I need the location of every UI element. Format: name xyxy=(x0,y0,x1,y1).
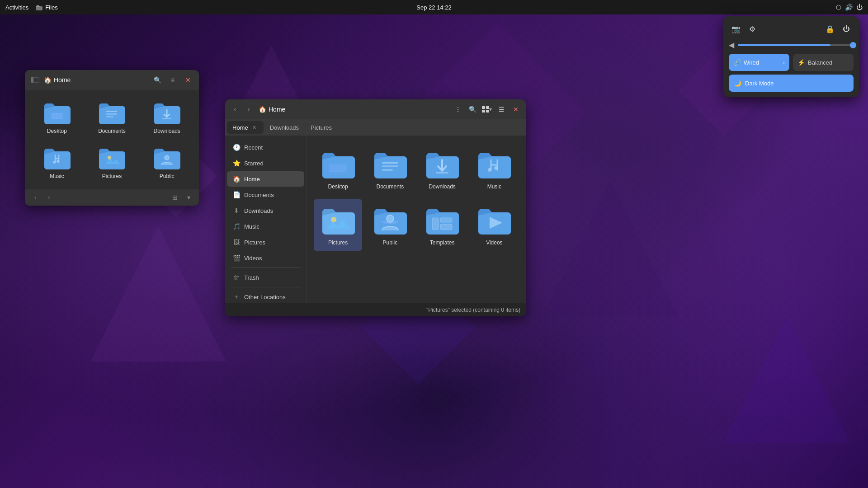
svg-rect-3 xyxy=(31,77,33,83)
sidebar-label-pictures: Pictures xyxy=(244,239,265,246)
power-profile-button[interactable]: ⚡ Balanced xyxy=(793,54,854,71)
sidebar-divider xyxy=(231,267,301,268)
sidebar-item-trash[interactable]: 🗑 Trash xyxy=(227,270,304,285)
svg-rect-32 xyxy=(440,218,452,222)
activities-button[interactable]: Activities xyxy=(5,4,28,11)
topbar-datetime: Sep 22 14:22 xyxy=(416,4,451,11)
close-button-large[interactable]: ✕ xyxy=(509,103,522,116)
topbar-sound-icon[interactable]: 🔊 xyxy=(845,4,853,11)
power-button[interactable]: ⏻ xyxy=(839,22,854,36)
folder-icon-documents xyxy=(97,100,126,125)
settings-button[interactable]: ⚙ xyxy=(745,22,760,36)
large-folder-label-pictures: Pictures xyxy=(328,239,348,246)
list-item[interactable]: Templates xyxy=(418,199,467,251)
search-button-large[interactable]: 🔍 xyxy=(466,103,479,116)
small-window-titlebar: 🏠 Home 🔍 ≡ ✕ xyxy=(25,70,199,90)
sidebar-label-other-locations: Other Locations xyxy=(244,294,286,300)
view-toggle-small[interactable]: ▾ xyxy=(183,192,194,203)
nav-forward-button-small[interactable]: › xyxy=(43,192,55,203)
list-item[interactable]: Downloads xyxy=(140,95,193,139)
folder-label-documents: Documents xyxy=(98,128,126,134)
sidebar-item-downloads[interactable]: ⬇ Downloads xyxy=(227,203,304,218)
files-icon xyxy=(36,4,43,11)
topbar: Activities Files Sep 22 14:22 ⬡ 🔊 ⏻ xyxy=(0,0,868,14)
svg-rect-1 xyxy=(36,6,42,10)
svg-point-13 xyxy=(57,160,59,163)
sidebar-item-home[interactable]: 🏠 Home xyxy=(227,171,304,187)
view-toggle-button[interactable]: ▾ xyxy=(481,103,493,116)
list-item[interactable]: Documents xyxy=(85,95,139,139)
menu-button-small[interactable]: ≡ xyxy=(166,74,179,86)
more-options-button[interactable]: ⋮ xyxy=(452,103,464,116)
sidebar-label-videos: Videos xyxy=(244,255,262,262)
tab-home-close[interactable]: ✕ xyxy=(251,124,258,131)
volume-slider-fill xyxy=(738,44,830,46)
system-panel: 📷 ⚙ 🔒 ⏻ ◀ 🔗 Wired › xyxy=(723,16,859,97)
tab-pictures[interactable]: Pictures xyxy=(305,121,337,134)
large-file-area: Desktop Documents xyxy=(307,136,526,303)
list-item[interactable]: Documents xyxy=(366,143,414,195)
volume-slider-thumb[interactable] xyxy=(850,42,856,48)
home-icon: 🏠 xyxy=(232,175,241,183)
list-item[interactable]: Pictures xyxy=(85,141,139,184)
documents-icon: 📄 xyxy=(232,191,241,198)
tab-home[interactable]: Home ✕ xyxy=(227,121,264,134)
folder-label-pictures: Pictures xyxy=(102,173,122,179)
list-item[interactable]: Music xyxy=(30,141,84,184)
list-item[interactable]: Public xyxy=(366,199,414,251)
music-icon: 🎵 xyxy=(232,223,241,230)
folder-label-desktop: Desktop xyxy=(47,128,67,134)
lock-icon: 🔒 xyxy=(826,25,835,33)
sidebar-item-starred[interactable]: ⭐ Starred xyxy=(227,155,304,171)
tab-downloads-label: Downloads xyxy=(270,124,299,131)
sidebar-toggle-button[interactable] xyxy=(29,75,40,85)
large-folder-icon-desktop xyxy=(320,148,356,180)
sidebar-item-pictures[interactable]: 🖼 Pictures xyxy=(227,235,304,250)
large-window-titlebar: ‹ › 🏠 Home ⋮ 🔍 ▾ ☰ ✕ xyxy=(225,99,526,119)
svg-point-28 xyxy=(494,166,498,170)
trash-icon: 🗑 xyxy=(232,274,241,281)
tab-pictures-label: Pictures xyxy=(311,124,332,131)
screenshot-button[interactable]: 📷 xyxy=(729,22,743,36)
svg-point-14 xyxy=(108,156,111,160)
list-view-button[interactable]: ☰ xyxy=(495,103,508,116)
list-item[interactable]: Downloads xyxy=(418,143,467,195)
files-app-label[interactable]: Files xyxy=(36,4,57,11)
svg-rect-2 xyxy=(36,6,40,7)
sidebar-toggle-icon xyxy=(31,77,38,83)
home-path-icon-large: 🏠 xyxy=(259,106,266,113)
grid-view-button-small[interactable]: ⊞ xyxy=(169,192,181,203)
list-item[interactable]: Desktop xyxy=(30,95,84,139)
topbar-network-icon[interactable]: ⬡ xyxy=(836,4,841,11)
nav-back-button-small[interactable]: ‹ xyxy=(29,192,41,203)
list-item[interactable]: Desktop xyxy=(314,143,362,195)
list-item[interactable]: Music xyxy=(470,143,519,195)
lock-button[interactable]: 🔒 xyxy=(823,22,837,36)
list-item[interactable]: Public xyxy=(140,141,193,184)
search-button-small[interactable]: 🔍 xyxy=(151,74,164,86)
recent-icon: 🕐 xyxy=(232,144,241,151)
svg-point-29 xyxy=(331,217,336,222)
dark-mode-button[interactable]: 🌙 Dark Mode xyxy=(729,75,854,92)
tab-downloads[interactable]: Downloads xyxy=(264,121,304,134)
list-item[interactable]: Videos xyxy=(470,199,519,251)
small-window-actions: 🔍 ≡ ✕ xyxy=(151,74,194,86)
network-button[interactable]: 🔗 Wired › xyxy=(729,54,789,71)
sidebar-item-music[interactable]: 🎵 Music xyxy=(227,219,304,234)
nav-back-button-large[interactable]: ‹ xyxy=(229,103,241,116)
large-folder-icon-documents xyxy=(372,148,408,180)
small-nav-arrows: ‹ › xyxy=(29,192,55,203)
tab-home-label: Home xyxy=(232,124,248,131)
close-button-small[interactable]: ✕ xyxy=(182,74,194,86)
list-item[interactable]: Pictures xyxy=(314,199,362,251)
network-arrow-icon: › xyxy=(783,59,785,66)
sidebar-item-documents[interactable]: 📄 Documents xyxy=(227,187,304,202)
nav-forward-button-large[interactable]: › xyxy=(242,103,255,116)
topbar-power-icon[interactable]: ⏻ xyxy=(856,4,863,11)
screenshot-icon: 📷 xyxy=(731,25,741,33)
sidebar-item-videos[interactable]: 🎬 Videos xyxy=(227,250,304,266)
sidebar-item-other-locations[interactable]: ＋ Other Locations xyxy=(227,289,304,305)
large-folder-label-videos: Videos xyxy=(486,239,502,246)
sidebar-item-recent[interactable]: 🕐 Recent xyxy=(227,140,304,155)
volume-slider-track[interactable] xyxy=(738,44,854,46)
